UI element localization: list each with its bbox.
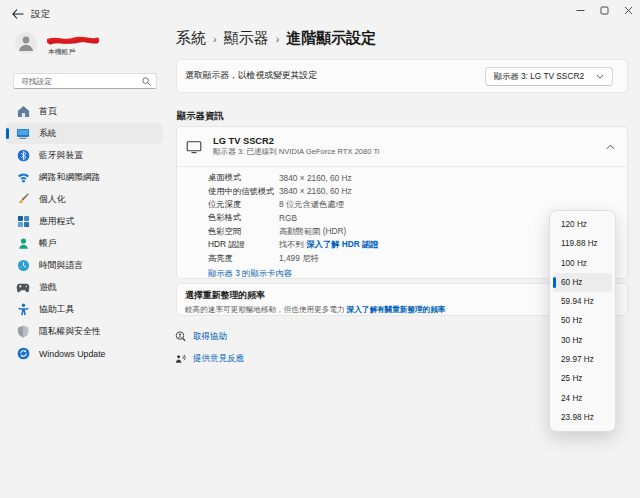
home-icon [16, 105, 30, 119]
info-row-signal-mode: 使用中的信號模式 3840 × 2160, 60 Hz [208, 184, 627, 197]
sidebar-item-label: 時間與語言 [39, 260, 83, 272]
breadcrumb-system[interactable]: 系統 [176, 29, 206, 48]
device-name: LG TV SSCR2 [213, 136, 606, 146]
sidebar-item-label: 遊戲 [39, 282, 57, 294]
sidebar-item-label: 網路和網際網路 [39, 172, 101, 184]
window-controls [568, 0, 640, 20]
sidebar-item-network-internet[interactable]: 網路和網際網路 [5, 167, 163, 188]
select-display-card: 選取顯示器，以檢視或變更其設定 顯示器 3: LG TV SSCR2 [176, 59, 628, 93]
get-help-icon [175, 331, 186, 343]
refresh-rate-learn-more-link[interactable]: 深入了解有關重新整理的頻率 [347, 305, 446, 314]
sidebar-item-home[interactable]: 首頁 [5, 101, 163, 122]
chevron-right-icon: › [276, 32, 280, 45]
minimize-icon [576, 6, 585, 15]
chevron-up-icon[interactable] [606, 144, 615, 150]
flyout-item-100hz[interactable]: 100 Hz [553, 254, 612, 273]
close-icon [624, 6, 633, 15]
flyout-item-29-97hz[interactable]: 29.97 Hz [553, 350, 612, 369]
page-title: 進階顯示設定 [286, 29, 376, 48]
redacted-username [47, 36, 99, 47]
sidebar-item-label: 應用程式 [39, 216, 74, 228]
arrow-left-icon [12, 9, 24, 19]
system-icon [16, 127, 30, 141]
breadcrumb-display[interactable]: 顯示器 [224, 29, 269, 48]
account-type-label: 本機帳戶 [48, 47, 75, 57]
sidebar-item-system[interactable]: 系統 [5, 123, 163, 144]
sidebar-item-time-language[interactable]: 時間與語言 [5, 255, 163, 276]
flyout-item-24hz[interactable]: 24 Hz [553, 388, 612, 407]
update-icon [16, 347, 30, 361]
hdr-certification-link[interactable]: 深入了解 HDR 認證 [306, 239, 378, 249]
sidebar-nav: 首頁 系統 藍牙與裝置 網路和網際網路 個人化 [5, 101, 163, 365]
close-button[interactable] [616, 0, 640, 20]
game-controller-icon [16, 281, 30, 295]
flyout-item-50hz[interactable]: 50 Hz [553, 311, 612, 330]
device-subtitle: 顯示器 3: 已連線到 NVIDIA GeForce RTX 2080 Ti [213, 147, 606, 157]
flyout-item-120hz[interactable]: 120 Hz [553, 215, 612, 234]
sidebar-item-label: 協助工具 [39, 304, 74, 316]
flyout-item-60hz-selected[interactable]: 60 Hz [553, 273, 612, 292]
flyout-item-25hz[interactable]: 25 Hz [553, 369, 612, 388]
sidebar-item-windows-update[interactable]: Windows Update [5, 343, 163, 364]
chevron-right-icon: › [213, 32, 217, 45]
display-info-header[interactable]: LG TV SSCR2 顯示器 3: 已連線到 NVIDIA GeForce R… [177, 127, 627, 166]
search-input[interactable]: 尋找設定 [13, 73, 157, 89]
refresh-rate-description: 較高的速率可更順暢地移動，但也使用更多電力 [185, 305, 344, 314]
display-info-section-title: 顯示器資訊 [177, 110, 223, 123]
accessibility-person-icon [16, 303, 30, 317]
sidebar-item-gaming[interactable]: 遊戲 [5, 277, 163, 298]
sidebar-item-label: 帳戶 [39, 238, 57, 250]
display-select-dropdown[interactable]: 顯示器 3: LG TV SSCR2 [485, 67, 613, 86]
sidebar-item-privacy-security[interactable]: 隱私權與安全性 [5, 321, 163, 342]
chevron-down-icon [596, 74, 604, 79]
back-button[interactable] [8, 5, 28, 23]
select-display-label: 選取顯示器，以檢視或變更其設定 [185, 70, 485, 82]
redaction-scribble [47, 36, 99, 47]
maximize-icon [600, 6, 609, 15]
sidebar-item-personalization[interactable]: 個人化 [5, 189, 163, 210]
search-placeholder: 尋找設定 [21, 76, 142, 87]
bluetooth-icon [16, 149, 30, 163]
wifi-icon [16, 171, 30, 185]
sidebar-item-label: 藍牙與裝置 [39, 150, 83, 162]
info-row-desktop-mode: 桌面模式 3840 × 2160, 60 Hz [208, 171, 627, 184]
apps-icon [16, 215, 30, 229]
person-icon [16, 237, 30, 251]
sidebar-item-label: 隱私權與安全性 [39, 326, 101, 338]
user-icon [15, 32, 37, 54]
avatar[interactable] [15, 32, 37, 54]
flyout-item-59-94hz[interactable]: 59.94 Hz [553, 292, 612, 311]
give-feedback-link[interactable]: 提供意見反應 [175, 353, 244, 365]
sidebar-item-accessibility[interactable]: 協助工具 [5, 299, 163, 320]
flyout-item-119-88hz[interactable]: 119.88 Hz [553, 234, 612, 253]
clock-icon [16, 259, 30, 273]
sidebar-item-label: 系統 [39, 128, 57, 140]
flyout-item-30hz[interactable]: 30 Hz [553, 331, 612, 350]
shield-icon [16, 325, 30, 339]
display-select-value: 顯示器 3: LG TV SSCR2 [494, 71, 584, 82]
search-icon [142, 77, 151, 86]
minimize-button[interactable] [568, 0, 592, 20]
get-help-link[interactable]: 取得協助 [175, 331, 227, 343]
sidebar-item-apps[interactable]: 應用程式 [5, 211, 163, 232]
sidebar-item-label: 首頁 [39, 106, 57, 118]
monitor-icon [185, 140, 203, 154]
feedback-icon [175, 353, 186, 365]
sidebar-item-label: Windows Update [39, 349, 106, 359]
brush-icon [16, 193, 30, 207]
refresh-rate-flyout: 120 Hz 119.88 Hz 100 Hz 60 Hz 59.94 Hz 5… [549, 210, 616, 432]
sidebar-item-label: 個人化 [39, 194, 65, 206]
maximize-button[interactable] [592, 0, 616, 20]
settings-window: 設定 本機帳戶 尋找設定 [0, 0, 640, 498]
sidebar-item-accounts[interactable]: 帳戶 [5, 233, 163, 254]
breadcrumb: 系統 › 顯示器 › 進階顯示設定 [176, 29, 376, 48]
app-title: 設定 [31, 8, 50, 21]
flyout-item-23-98hz[interactable]: 23.98 Hz [553, 408, 612, 427]
sidebar-item-bluetooth-devices[interactable]: 藍牙與裝置 [5, 145, 163, 166]
